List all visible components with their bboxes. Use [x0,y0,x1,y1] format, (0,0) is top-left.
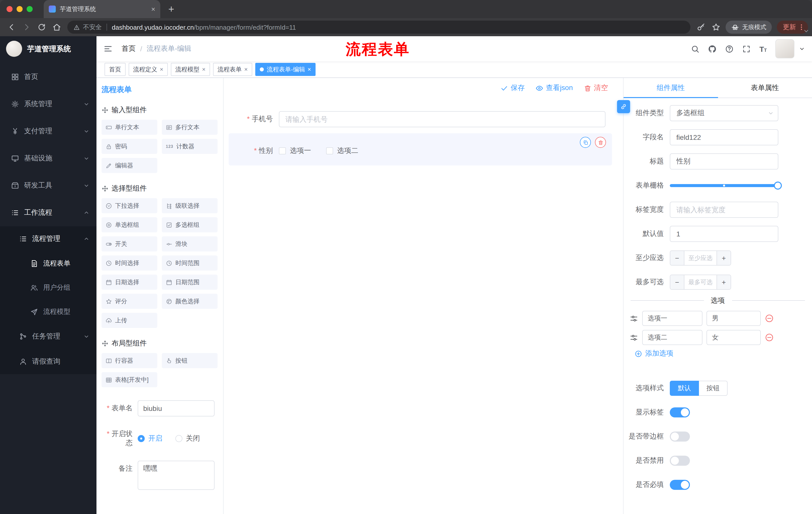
back-icon[interactable] [7,23,16,32]
tag-close-icon[interactable]: × [308,66,311,73]
option2-value-input[interactable] [706,330,761,345]
window-minimize-button[interactable] [17,6,23,12]
field-name-input[interactable] [670,129,778,145]
font-size-icon[interactable]: TT [759,45,767,53]
slider-handle[interactable] [774,182,782,190]
bookmark-star-icon[interactable] [712,23,721,32]
status-off-radio[interactable]: 关闭 [175,434,200,443]
label-width-input[interactable] [670,202,778,218]
drag-handle-icon[interactable] [630,333,638,342]
component-chip-table[interactable]: 表格[开发中] [102,372,157,387]
tab-component-props[interactable]: 组件属性 [624,78,718,98]
chevron-down-icon[interactable] [803,28,810,34]
sidebar-item-infrastructure[interactable]: 基础设施 [0,145,96,172]
window-close-button[interactable] [6,6,12,12]
component-chip-date-range[interactable]: 日期范围 [162,275,218,290]
remove-option-icon[interactable] [765,314,774,323]
grid-slider[interactable] [670,184,778,187]
tag-close-icon[interactable]: × [202,66,205,73]
option1-value-input[interactable] [706,311,761,326]
component-chip-checkbox-group[interactable]: 多选框组 [162,217,218,232]
delete-icon[interactable] [595,137,606,148]
component-chip-multi-line-text[interactable]: 多行文本 [162,120,218,135]
gender-field-row[interactable]: 性别 选项一 选项二 [229,133,612,165]
link-icon[interactable] [617,100,630,113]
title-input[interactable] [670,154,778,169]
sidebar-item-payment[interactable]: 支付管理 [0,118,96,145]
max-select-input[interactable] [685,275,717,289]
option1-label-input[interactable] [642,311,702,326]
drag-handle-icon[interactable] [630,314,638,323]
phone-field-row[interactable]: 手机号 [229,111,612,127]
breadcrumb-home[interactable]: 首页 [122,44,136,53]
sidebar-item-devtools[interactable]: 研发工具 [0,172,96,199]
sidebar-item-task-management[interactable]: 任务管理 [0,324,96,349]
min-select-input[interactable] [685,251,717,265]
default-value-input[interactable] [670,226,778,242]
component-type-select[interactable]: 多选框组 [670,105,778,121]
github-icon[interactable] [708,45,717,53]
view-json-button[interactable]: 查看json [536,83,573,92]
component-chip-upload[interactable]: 上传 [102,313,157,328]
component-chip-button[interactable]: 按钮 [162,353,218,368]
save-button[interactable]: 保存 [501,83,525,92]
copy-icon[interactable] [580,137,591,148]
component-chip-cascader[interactable]: 级联选择 [162,198,218,213]
clear-button[interactable]: 清空 [584,83,608,92]
search-icon[interactable] [691,45,700,53]
component-chip-row-container[interactable]: 行容器 [102,353,157,368]
decrease-icon[interactable]: − [670,251,685,265]
option2-label-input[interactable] [642,330,702,345]
reload-icon[interactable] [37,23,46,32]
tag-close-icon[interactable]: × [160,66,163,73]
show-label-toggle[interactable] [670,407,690,417]
avatar[interactable] [775,39,794,58]
component-chip-switch[interactable]: 开关 [102,236,157,251]
tab-close-icon[interactable]: × [151,5,155,12]
tag-process-definition[interactable]: 流程定义 × [128,63,168,76]
tab-form-props[interactable]: 表单属性 [718,78,812,98]
sidebar-item-workflow[interactable]: 工作流程 [0,199,96,226]
key-icon[interactable] [696,23,705,32]
component-chip-rate[interactable]: 评分 [102,294,157,309]
component-chip-date-picker[interactable]: 日期选择 [102,275,157,290]
status-on-radio[interactable]: 开启 [138,434,162,443]
component-chip-radio-group[interactable]: 单选框组 [102,217,157,232]
help-icon[interactable] [725,45,734,53]
tag-process-form-edit[interactable]: 流程表单-编辑 × [255,63,316,76]
sidebar-item-process-model[interactable]: 流程模型 [0,300,96,324]
sidebar-item-leave-query[interactable]: 请假查询 [0,349,96,374]
component-chip-single-line-text[interactable]: 单行文本 [102,120,157,135]
form-name-input[interactable] [138,400,214,416]
component-chip-time-picker[interactable]: 时间选择 [102,255,157,271]
home-icon[interactable] [52,23,61,32]
forward-icon[interactable] [22,23,31,32]
tag-process-model[interactable]: 流程模型 × [171,63,210,76]
component-chip-slider[interactable]: 滑块 [162,236,218,251]
gender-option2-checkbox[interactable]: 选项二 [326,146,358,155]
tag-home[interactable]: 首页 [105,63,126,76]
sidebar-item-system[interactable]: 系统管理 [0,90,96,118]
sidebar-item-user-group[interactable]: 用户分组 [0,276,96,300]
component-chip-select[interactable]: 下拉选择 [102,198,157,213]
window-zoom-button[interactable] [27,6,33,12]
increase-icon[interactable]: + [717,251,731,265]
gender-option1-checkbox[interactable]: 选项一 [279,146,311,155]
component-chip-color-picker[interactable]: 颜色选择 [162,294,218,309]
disabled-toggle[interactable] [670,456,690,466]
border-toggle[interactable] [670,432,690,441]
app-logo[interactable]: 芋道管理系统 [0,36,96,61]
style-default-button[interactable]: 默认 [670,381,699,396]
required-toggle[interactable] [670,480,690,490]
sidebar-item-process-form[interactable]: 流程表单 [0,251,96,276]
increase-icon[interactable]: + [717,275,731,289]
sidebar-item-process-management[interactable]: 流程管理 [0,226,96,251]
decrease-icon[interactable]: − [670,275,685,289]
component-chip-counter[interactable]: 123计数器 [162,139,218,154]
remove-option-icon[interactable] [765,333,774,342]
address-bar[interactable]: 不安全 dashboard.yudao.iocoder.cn/bpm/manag… [67,21,690,34]
hamburger-icon[interactable] [104,44,113,53]
add-option-button[interactable]: 添加选项 [635,349,812,358]
component-chip-password[interactable]: 密码 [102,139,157,154]
tag-process-form[interactable]: 流程表单 × [213,63,252,76]
